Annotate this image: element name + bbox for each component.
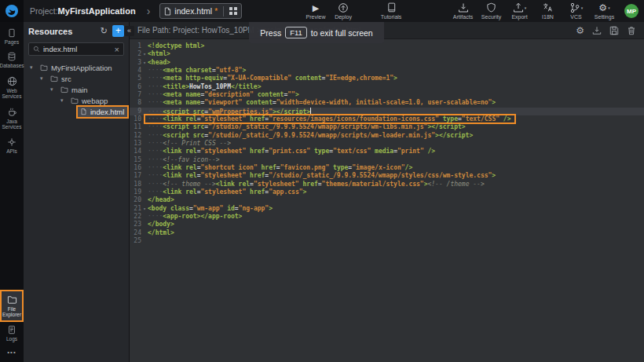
tree-item-label: index.html <box>90 108 124 116</box>
code-line-22[interactable]: 22 ····<app-root></app-root> <box>130 213 644 221</box>
save-icon[interactable] <box>609 26 619 35</box>
filepath-actions: ⚙ <box>576 26 636 35</box>
expand-arrow-icon[interactable]: ▾ <box>60 97 68 104</box>
code-line-13[interactable]: 13 ····<!-- Print CSS --> <box>130 140 644 148</box>
code-editor[interactable]: 1 <!doctype html> 2 ▾ <html> 3 ▾ <head> … <box>130 39 644 362</box>
grid-icon[interactable] <box>229 7 237 15</box>
button-label: Deploy <box>335 14 352 20</box>
code-line-16[interactable]: 16 ····<link rel="shortcut icon" href="f… <box>130 164 644 172</box>
sidebar-item-file-explorer[interactable]: File Explorer <box>0 291 24 321</box>
sidebar-item-apis[interactable]: APIs <box>0 133 24 157</box>
collapse-panel-button[interactable]: « <box>124 26 134 36</box>
pages-icon <box>7 28 16 38</box>
line-number: 14 <box>130 148 141 155</box>
button-label: Preview <box>306 14 326 20</box>
sidebar-item-label: Java Services <box>0 119 24 130</box>
code-line-9[interactable]: 9 ····<script src="wmProperties.js"></sc… <box>130 108 644 115</box>
line-number: 12 <box>130 132 141 140</box>
tree-item-src[interactable]: ▾ src <box>24 73 129 84</box>
download-icon[interactable] <box>592 26 602 35</box>
sidebar-item-pages[interactable]: Pages <box>0 24 24 48</box>
preview-button[interactable]: ▶ Preview <box>303 2 329 20</box>
expand-arrow-icon[interactable]: ▾ <box>40 75 48 82</box>
search-input[interactable] <box>43 45 112 53</box>
app-logo-icon[interactable] <box>0 0 24 22</box>
fold-marker[interactable]: ▾ <box>141 50 148 58</box>
code-line-19[interactable]: 19 ····<link rel="stylesheet" href="app.… <box>130 188 644 196</box>
text-cursor <box>310 108 311 115</box>
code-line-12[interactable]: 12 ····<script src="/studio/_static_/9.9… <box>130 132 644 140</box>
export-icon <box>513 2 524 13</box>
security-button[interactable]: Security <box>478 2 504 20</box>
gear-icon[interactable]: ⚙ <box>576 26 584 35</box>
file-tree: ▾ MyFirstApplication▾ src▾ main▾ webapp … <box>24 60 129 362</box>
project-title: Project:MyFirstApplication <box>30 6 136 16</box>
topbar-right-actions: Artifacts Security ▾ Export I18N ▾ VCS ⚙… <box>450 2 617 20</box>
sidebar-item-logs[interactable]: Logs <box>0 321 24 345</box>
add-resource-button[interactable]: + <box>112 25 124 37</box>
code-line-21[interactable]: 21 ▾ <body class="wm-app" id="ng-app"> <box>130 205 644 213</box>
sidebar-item-java-services[interactable]: Java Services <box>0 103 24 133</box>
sidebar: Pages Databases Web Services Java Servic… <box>0 22 24 362</box>
code-line-14[interactable]: 14 ····<link rel="stylesheet" href="prin… <box>130 148 644 155</box>
tree-item-MyFirstApplication[interactable]: ▾ MyFirstApplication <box>24 62 129 73</box>
code-line-18[interactable]: 18 ····<!-- theme --><link rel="styleshe… <box>130 181 644 188</box>
expand-arrow-icon[interactable]: ▾ <box>50 86 58 93</box>
sidebar-item-more[interactable]: ••• <box>0 345 24 359</box>
avatar[interactable]: MP <box>624 4 639 18</box>
refresh-icon[interactable]: ↻ <box>101 26 108 36</box>
code-line-3[interactable]: 3 ▾ <head> <box>130 59 644 67</box>
expand-arrow-icon[interactable]: ▾ <box>30 64 38 71</box>
trash-icon[interactable] <box>627 26 636 35</box>
export-button[interactable]: ▾ Export <box>507 2 532 20</box>
code-line-11[interactable]: 11 ····<script src="/studio/_static_/9.9… <box>130 123 644 131</box>
fold-marker <box>141 237 148 245</box>
line-number: 10 <box>130 115 141 123</box>
code-line-7[interactable]: 7 ····<meta name="description" content="… <box>130 91 644 99</box>
code-line-2[interactable]: 2 ▾ <html> <box>130 50 644 58</box>
tree-item-label: src <box>61 75 71 83</box>
code-line-24[interactable]: 24 </html> <box>130 229 644 237</box>
logs-icon <box>7 325 16 335</box>
code-line-8[interactable]: 8 ····<meta name="viewport" content="wid… <box>130 99 644 107</box>
code-line-25[interactable]: 25 <box>130 237 644 245</box>
code-line-10[interactable]: 10 ····<link rel="stylesheet" href="reso… <box>130 115 644 123</box>
code-line-6[interactable]: 6 ····<title>HowTos_10PM</title> <box>130 83 644 91</box>
folder-icon <box>60 86 68 93</box>
settings-button[interactable]: ⚙▾ Settings <box>591 2 617 20</box>
vcs-button[interactable]: ▾ VCS <box>563 2 589 20</box>
deploy-button[interactable]: Deploy <box>331 2 357 20</box>
line-number: 25 <box>130 237 141 245</box>
tree-item-index.html[interactable]: index.html <box>24 106 129 117</box>
sidebar-item-label: File Explorer <box>0 306 24 318</box>
line-number: 18 <box>130 181 141 188</box>
code-line-17[interactable]: 17 ····<link rel="stylesheet" href="/stu… <box>130 172 644 180</box>
button-label: Artifacts <box>453 14 473 20</box>
code-line-1[interactable]: 1 <!doctype html> <box>130 42 644 50</box>
popup-text-prefix: Press <box>260 28 281 38</box>
code-line-20[interactable]: 20 </head> <box>130 196 644 204</box>
line-number: 11 <box>130 123 141 131</box>
code-line-5[interactable]: 5 ····<meta http-equiv="X-UA-Compatible"… <box>130 75 644 82</box>
caret-down-icon: ▾ <box>525 5 527 10</box>
artifacts-button[interactable]: Artifacts <box>450 2 476 20</box>
tab-index-html[interactable]: index.html * <box>159 3 241 19</box>
tree-item-main[interactable]: ▾ main <box>24 84 129 95</box>
sidebar-item-label: Web Services <box>0 88 24 100</box>
i18n-button[interactable]: I18N <box>535 2 561 20</box>
code-line-4[interactable]: 4 ····<meta charset="utf-8"> <box>130 67 644 75</box>
clear-search-icon[interactable]: × <box>115 45 119 54</box>
code-line-23[interactable]: 23 </body> <box>130 221 644 229</box>
tree-item-webapp[interactable]: ▾ webapp <box>24 95 129 106</box>
tutorials-button[interactable]: Tutorials <box>379 2 404 20</box>
fold-marker[interactable]: ▾ <box>141 205 148 213</box>
fold-marker[interactable]: ▾ <box>141 59 148 67</box>
tab-divider <box>223 6 224 16</box>
sidebar-item-web-services[interactable]: Web Services <box>0 72 24 103</box>
fold-marker <box>141 196 148 204</box>
filepath-bar: File Path: Project: HowTos_10PM > src/ma… <box>130 22 644 39</box>
sidebar-item-databases[interactable]: Databases <box>0 48 24 71</box>
line-number: 9 <box>130 108 141 115</box>
highlight-annotation: ····<link rel="stylesheet" href="resourc… <box>148 115 510 123</box>
code-line-15[interactable]: 15 ····<!--fav icon--> <box>130 156 644 164</box>
